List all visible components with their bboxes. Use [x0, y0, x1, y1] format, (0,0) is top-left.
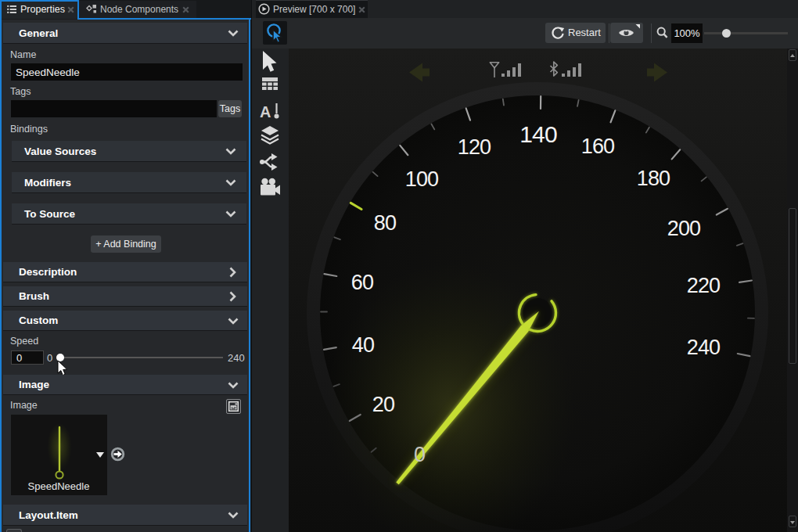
svg-text:40: 40 [352, 333, 374, 357]
svg-text:140: 140 [519, 121, 557, 147]
svg-text:180: 180 [637, 167, 670, 190]
svg-text:240: 240 [687, 336, 721, 359]
svg-text:SpeedNeedle: SpeedNeedle [28, 480, 90, 492]
svg-text:220: 220 [687, 274, 721, 297]
svg-text:120: 120 [458, 135, 491, 159]
svg-text:80: 80 [374, 211, 396, 235]
svg-text:100: 100 [405, 167, 439, 191]
svg-text:0: 0 [414, 443, 425, 466]
svg-text:A: A [260, 103, 271, 120]
svg-text:160: 160 [581, 135, 615, 158]
svg-text:60: 60 [351, 271, 373, 294]
svg-text:20: 20 [372, 393, 394, 416]
svg-text:200: 200 [667, 217, 701, 240]
